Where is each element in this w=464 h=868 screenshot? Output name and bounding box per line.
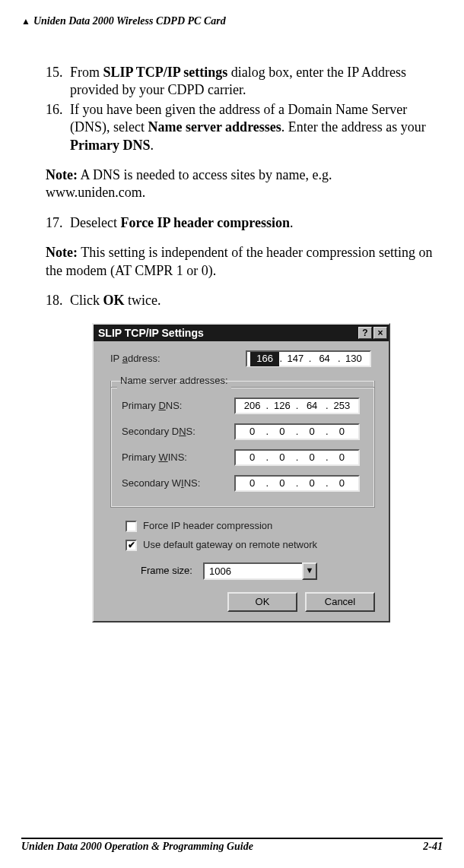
default-gateway-checkbox[interactable]: ✔ [126, 540, 137, 551]
ok-button[interactable]: OK [227, 592, 297, 612]
text: ompression [221, 520, 272, 531]
step-17: 17. Deselect Force IP header compression… [46, 214, 437, 232]
text: . [150, 138, 154, 153]
oct[interactable]: 0 [299, 426, 326, 439]
step-17-text: Deselect Force IP header compression. [70, 214, 437, 232]
text: . Enter the address as your [281, 119, 426, 135]
frame-size-row: Frame size: 1006 ▼ [141, 562, 375, 580]
oct[interactable]: 0 [239, 451, 265, 464]
ip-address-input[interactable]: 166. 147. 64. 130 [246, 350, 371, 367]
ip-address-label: IP address: [110, 353, 246, 366]
step-17-number: 17. [46, 214, 70, 232]
oct[interactable]: 0 [269, 477, 295, 490]
secondary-wins-row: Secondary WINS: 0. 0. 0. 0 [122, 475, 364, 492]
force-ip-compression-row: Force IP header compression [126, 520, 375, 533]
ip-octet-3[interactable]: 64 [312, 353, 338, 366]
oct[interactable]: 0 [239, 477, 265, 490]
slip-tcpip-dialog: SLIP TCP/IP Settings ? × IP address: 166… [92, 323, 390, 622]
primary-dns-input[interactable]: 206. 126. 64. 253 [234, 398, 360, 414]
note-label: Note: [46, 167, 78, 182]
oct[interactable]: 0 [269, 426, 295, 439]
oct[interactable]: 64 [299, 400, 326, 413]
dialog-title: SLIP TCP/IP Settings [98, 326, 357, 340]
oct[interactable]: 0 [269, 451, 295, 464]
text: Primary [122, 400, 158, 411]
oct[interactable]: 206 [239, 400, 265, 413]
step-16: 16. If you have been given the address o… [46, 101, 437, 154]
frame-size-combo[interactable]: 1006 ▼ [203, 562, 317, 580]
text: IP [110, 353, 122, 364]
text: rame size: [147, 565, 192, 576]
accel-key: D [158, 400, 165, 411]
note-text: www.uniden.com. [46, 185, 145, 200]
step-15: 15. From SLIP TCP/IP settings dialog box… [46, 64, 437, 100]
close-button[interactable]: × [373, 327, 387, 339]
fieldset-legend: Name server addresses: [117, 375, 231, 388]
ip-octet-1[interactable]: 166 [250, 352, 279, 366]
note-label: Note: [46, 245, 78, 260]
text-bold: Name server addresses [148, 119, 281, 135]
text: Secondary D [122, 426, 179, 437]
text-bold: Primary DNS [70, 138, 150, 153]
text: Deselect [70, 215, 120, 230]
step-18: 18. Click OK twice. [46, 292, 437, 309]
accel-key: a [122, 353, 128, 364]
page-number: 2-41 [423, 841, 443, 853]
ip-address-row: IP address: 166. 147. 64. 130 [110, 350, 375, 367]
name-server-fieldset: Name server addresses: Primary DNS: 206.… [110, 381, 375, 508]
note-text: This setting is independent of the heade… [46, 245, 433, 277]
step-18-text: Click OK twice. [70, 292, 437, 309]
text: INS: [168, 451, 187, 463]
force-ip-compression-label: Force IP header compression [143, 520, 272, 533]
note-text: A DNS is needed to access sites by name,… [78, 167, 332, 182]
text-bold: Force IP header compression [120, 215, 289, 230]
cancel-button[interactable]: Cancel [305, 592, 375, 612]
text: NS: [184, 477, 201, 489]
oct[interactable]: 0 [329, 451, 355, 464]
secondary-dns-input[interactable]: 0. 0. 0. 0 [234, 423, 360, 440]
oct[interactable]: 0 [299, 451, 326, 464]
step-16-number: 16. [46, 101, 70, 154]
step-15-number: 15. [46, 64, 70, 100]
accel-key: U [143, 539, 150, 550]
secondary-dns-label: Secondary DNS: [122, 426, 234, 439]
footer-title: Uniden Data 2000 Operation & Programming… [21, 841, 423, 853]
text-bold: SLIP TCP/IP settings [103, 65, 228, 80]
accel-key: W [158, 451, 167, 463]
text: From [70, 65, 103, 80]
oct[interactable]: 0 [299, 477, 326, 490]
dialog-titlebar[interactable]: SLIP TCP/IP Settings ? × [94, 325, 389, 341]
text: ddress: [128, 353, 160, 364]
help-button[interactable]: ? [358, 327, 372, 339]
page-footer: Uniden Data 2000 Operation & Programming… [21, 838, 443, 853]
step-16-text: If you have been given the address of a … [70, 101, 437, 154]
text: se default gateway on remote network [150, 539, 317, 550]
oct[interactable]: 0 [329, 426, 355, 439]
note-1: Note: A DNS is needed to access sites by… [46, 166, 437, 202]
secondary-wins-label: Secondary WINS: [122, 477, 234, 490]
oct[interactable]: 253 [329, 400, 355, 413]
frame-size-value: 1006 [203, 562, 302, 580]
text: Force IP header [143, 520, 217, 531]
default-gateway-label: Use default gateway on remote network [143, 539, 317, 552]
accel-key: F [141, 565, 147, 576]
text-bold: OK [103, 293, 125, 308]
secondary-dns-row: Secondary DNS: 0. 0. 0. 0 [122, 423, 364, 440]
force-ip-compression-checkbox[interactable] [126, 521, 137, 532]
text: Click [70, 293, 103, 308]
primary-dns-label: Primary DNS: [122, 400, 234, 413]
header-title: Uniden Data 2000 Wireless CDPD PC Card [33, 15, 226, 27]
oct[interactable]: 0 [329, 477, 355, 490]
ip-octet-2[interactable]: 147 [282, 353, 308, 366]
secondary-wins-input[interactable]: 0. 0. 0. 0 [234, 475, 360, 492]
ip-octet-4[interactable]: 130 [341, 353, 367, 366]
primary-wins-input[interactable]: 0. 0. 0. 0 [234, 449, 360, 466]
text: twice. [125, 293, 161, 308]
text: NS: [166, 400, 183, 411]
dialog-button-row: OK Cancel [110, 592, 375, 612]
page-header: ▲ Uniden Data 2000 Wireless CDPD PC Card [21, 15, 443, 27]
oct[interactable]: 0 [239, 426, 265, 439]
chevron-down-icon[interactable]: ▼ [302, 562, 317, 580]
primary-wins-label: Primary WINS: [122, 451, 234, 464]
oct[interactable]: 126 [269, 400, 295, 413]
